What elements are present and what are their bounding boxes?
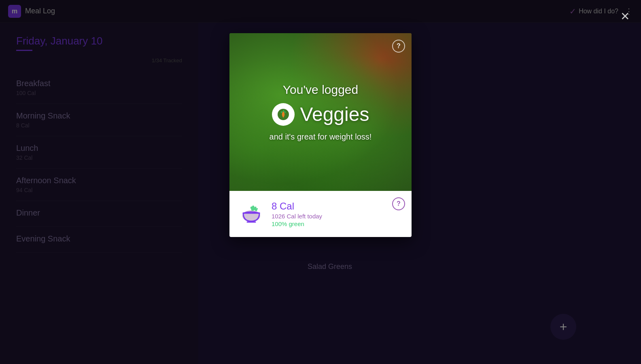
stat-green-pct: 100% green <box>272 220 402 227</box>
veggie-icon-circle <box>272 103 295 126</box>
modal-stats: 8 Cal 1026 Cal left today 100% green <box>272 201 402 227</box>
modal-image-section: ? You've logged Veggies and it's great f… <box>229 33 412 191</box>
stat-left-today: 1026 Cal left today <box>272 213 402 220</box>
close-button[interactable]: ✕ <box>617 8 633 24</box>
modal-content: You've logged Veggies and it's great for… <box>270 83 372 142</box>
bowl-icon <box>239 202 263 226</box>
veggies-label: Veggies <box>300 103 369 125</box>
veggies-row: Veggies <box>270 103 372 126</box>
modal-help-button-bottom[interactable]: ? <box>392 197 405 210</box>
carrot-icon <box>277 108 290 121</box>
logged-text: You've logged <box>270 83 372 97</box>
veggies-modal: ? You've logged Veggies and it's great f… <box>229 33 412 237</box>
modal-help-button-top[interactable]: ? <box>392 40 405 53</box>
stat-calories: 8 Cal <box>272 201 402 212</box>
tagline-text: and it's great for weight loss! <box>270 132 372 142</box>
modal-stats-section: 8 Cal 1026 Cal left today 100% green ? <box>229 191 412 237</box>
close-icon: ✕ <box>620 10 630 23</box>
